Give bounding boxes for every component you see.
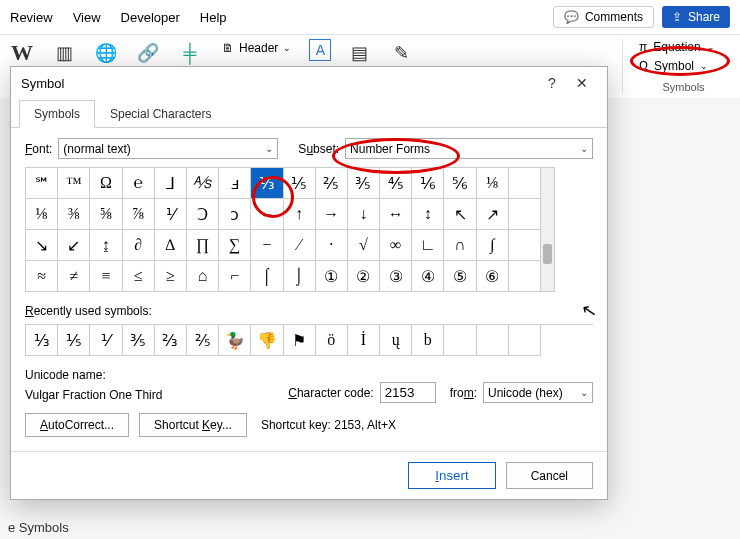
recent-symbol-cell[interactable]: ⅓ <box>26 325 58 356</box>
symbol-cell[interactable]: ∂ <box>123 230 155 261</box>
symbol-cell[interactable]: ∑ <box>219 230 251 261</box>
subset-combo[interactable]: Number Forms ⌄ <box>345 138 593 159</box>
shortcut-key-button[interactable]: Shortcut Key... <box>139 413 247 437</box>
close-button[interactable]: ✕ <box>567 75 597 91</box>
symbol-cell[interactable]: ⅛ <box>26 199 58 230</box>
share-button[interactable]: ⇪ Share <box>662 6 730 28</box>
symbol-cell[interactable]: ⅗ <box>348 168 380 199</box>
recent-symbol-cell[interactable] <box>509 325 541 356</box>
symbol-cell[interactable]: √ <box>348 230 380 261</box>
chart-icon[interactable]: ╪ <box>176 39 204 67</box>
char-code-input[interactable] <box>380 382 436 403</box>
recent-symbol-cell[interactable]: ⅖ <box>187 325 219 356</box>
help-button[interactable]: ? <box>537 75 567 91</box>
tab-special-characters[interactable]: Special Characters <box>95 100 226 128</box>
symbol-cell[interactable]: ≥ <box>155 261 187 292</box>
link-icon[interactable]: 🔗 <box>134 39 162 67</box>
symbol-cell[interactable]: ∆ <box>155 230 187 261</box>
insert-button[interactable]: Insert <box>408 462 495 489</box>
recent-symbol-cell[interactable]: ⅕ <box>58 325 90 356</box>
symbol-cell[interactable]: Ↄ <box>187 199 219 230</box>
symbol-cell[interactable]: ⌂ <box>187 261 219 292</box>
symbol-cell[interactable]: ④ <box>412 261 444 292</box>
menu-help[interactable]: Help <box>200 10 227 25</box>
symbol-cell[interactable] <box>509 230 541 261</box>
symbol-cell[interactable]: ⅖ <box>316 168 348 199</box>
symbol-cell[interactable]: ⅛ <box>477 168 509 199</box>
symbol-cell[interactable] <box>509 261 541 292</box>
recent-symbol-cell[interactable]: İ <box>348 325 380 356</box>
symbol-cell[interactable]: ↔ <box>380 199 412 230</box>
symbol-cell[interactable]: ⅓ <box>251 168 283 199</box>
symbol-cell[interactable]: ⅝ <box>90 199 122 230</box>
scrollbar-thumb[interactable] <box>543 244 552 264</box>
symbol-cell[interactable]: ↗ <box>477 199 509 230</box>
autocorrect-button[interactable]: AutoCorrect... <box>25 413 129 437</box>
header-dropdown[interactable]: 🗎 Header ⌄ <box>218 39 295 57</box>
symbol-grid[interactable]: ℠™Ω℮⅃⅍ⅎ⅓⅕⅖⅗⅘⅙⅚⅛⅛⅜⅝⅞⅟Ↄↄ←↑→↓↔↕↖↗↘↙↨∂∆∏∑−∕∙… <box>25 167 541 292</box>
symbol-cell[interactable]: ↨ <box>90 230 122 261</box>
globe-icon[interactable]: 🌐 <box>92 39 120 67</box>
tab-symbols[interactable]: Symbols <box>19 100 95 128</box>
symbol-cell[interactable]: ⅙ <box>412 168 444 199</box>
comments-button[interactable]: 💬 Comments <box>553 6 654 28</box>
symbol-cell[interactable]: ← <box>251 199 283 230</box>
symbol-cell[interactable]: ⌠ <box>251 261 283 292</box>
cancel-button[interactable]: Cancel <box>506 462 593 489</box>
symbol-cell[interactable]: ③ <box>380 261 412 292</box>
symbol-cell[interactable]: ∫ <box>477 230 509 261</box>
symbol-cell[interactable]: ⌐ <box>219 261 251 292</box>
recent-symbol-cell[interactable]: 👎 <box>251 325 283 356</box>
symbol-cell[interactable]: ⅎ <box>219 168 251 199</box>
symbol-cell[interactable]: ⅞ <box>123 199 155 230</box>
symbol-cell[interactable]: − <box>251 230 283 261</box>
recent-symbol-cell[interactable]: ⅟ <box>90 325 122 356</box>
menu-view[interactable]: View <box>73 10 101 25</box>
symbol-dropdown[interactable]: Ω Symbol ⌄ <box>635 58 732 74</box>
quickparts-icon[interactable]: ▤ <box>345 39 373 67</box>
symbol-cell[interactable]: ∞ <box>380 230 412 261</box>
symbol-cell[interactable]: ↘ <box>26 230 58 261</box>
menu-review[interactable]: Review <box>10 10 53 25</box>
equation-dropdown[interactable]: π Equation ⌄ <box>635 39 732 55</box>
recent-symbol-cell[interactable] <box>477 325 509 356</box>
symbol-cell[interactable]: ≤ <box>123 261 155 292</box>
video-icon[interactable]: ▥ <box>50 39 78 67</box>
symbol-cell[interactable] <box>509 168 541 199</box>
symbol-cell[interactable]: ⑤ <box>444 261 476 292</box>
symbol-cell[interactable]: ↄ <box>219 199 251 230</box>
menu-developer[interactable]: Developer <box>121 10 180 25</box>
recent-symbol-cell[interactable]: 🦆 <box>219 325 251 356</box>
wikipedia-icon[interactable]: W <box>8 39 36 67</box>
recent-symbol-cell[interactable] <box>444 325 476 356</box>
symbol-cell[interactable] <box>509 199 541 230</box>
symbol-cell[interactable]: ⅟ <box>155 199 187 230</box>
symbol-cell[interactable]: ∕ <box>284 230 316 261</box>
font-combo[interactable]: (normal text) ⌄ <box>58 138 278 159</box>
symbol-cell[interactable]: ⑥ <box>477 261 509 292</box>
symbol-cell[interactable]: ∙ <box>316 230 348 261</box>
symbol-cell[interactable]: ↑ <box>284 199 316 230</box>
grid-scrollbar[interactable] <box>541 167 555 292</box>
symbol-cell[interactable]: ∏ <box>187 230 219 261</box>
symbol-cell[interactable]: ⅘ <box>380 168 412 199</box>
from-combo[interactable]: Unicode (hex) ⌄ <box>483 382 593 403</box>
recent-symbol-cell[interactable]: b <box>412 325 444 356</box>
symbol-cell[interactable]: ↙ <box>58 230 90 261</box>
symbol-cell[interactable]: ↓ <box>348 199 380 230</box>
symbol-cell[interactable]: ∩ <box>444 230 476 261</box>
symbol-cell[interactable]: ① <box>316 261 348 292</box>
symbol-cell[interactable]: ⌡ <box>284 261 316 292</box>
symbol-cell[interactable]: ≡ <box>90 261 122 292</box>
symbol-cell[interactable]: ≠ <box>58 261 90 292</box>
symbol-cell[interactable]: ⅕ <box>284 168 316 199</box>
symbol-cell[interactable]: ↕ <box>412 199 444 230</box>
signature-icon[interactable]: ✎ <box>387 39 415 67</box>
symbol-cell[interactable]: ℮ <box>123 168 155 199</box>
symbol-cell[interactable]: ℠ <box>26 168 58 199</box>
symbol-cell[interactable]: ② <box>348 261 380 292</box>
symbol-cell[interactable]: Ω <box>90 168 122 199</box>
symbol-cell[interactable]: ≈ <box>26 261 58 292</box>
recent-symbol-cell[interactable]: ö <box>316 325 348 356</box>
recent-symbol-cell[interactable]: ⅔ <box>155 325 187 356</box>
